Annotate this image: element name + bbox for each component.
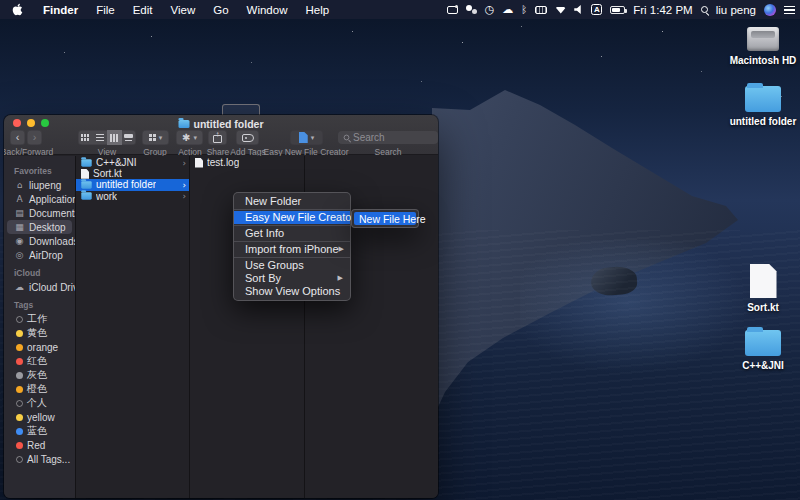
file-row-untitled-folder[interactable]: untitled folder› xyxy=(76,179,189,190)
desktop-icon-macintosh-hd[interactable]: Macintosh HD xyxy=(723,27,800,66)
sidebar-all-tags[interactable]: All Tags... xyxy=(4,452,75,466)
menu-help[interactable]: Help xyxy=(296,4,338,16)
minimize-button[interactable] xyxy=(27,119,35,127)
icon-view-button[interactable] xyxy=(78,130,93,145)
menu-window[interactable]: Window xyxy=(238,4,297,16)
action-button[interactable]: ✱▾ xyxy=(176,130,203,145)
sidebar-tag-hongse[interactable]: 红色 xyxy=(4,354,75,368)
menu-finder[interactable]: Finder xyxy=(34,4,87,16)
keyboard-icon[interactable] xyxy=(535,6,547,14)
search-input[interactable] xyxy=(353,132,428,143)
file-icon xyxy=(81,169,89,179)
menu-item-sort-by[interactable]: Sort By▶ xyxy=(234,272,350,285)
file-row-work[interactable]: work› xyxy=(76,191,189,202)
sidebar-tag-gongzuo[interactable]: 工作 xyxy=(4,312,75,326)
menu-bar-left: Finder File Edit View Go Window Help xyxy=(0,3,338,16)
menu-view[interactable]: View xyxy=(162,4,205,16)
group-button[interactable]: ▾ xyxy=(142,130,169,145)
share-button[interactable] xyxy=(208,130,227,145)
menu-item-show-view-options[interactable]: Show View Options xyxy=(234,285,350,298)
home-icon: ⌂ xyxy=(14,180,25,190)
sidebar-item-airdrop[interactable]: ◎AirDrop xyxy=(4,248,75,262)
desktop-icon-sort-kt[interactable]: Sort.kt xyxy=(723,264,800,313)
spotlight-search-icon[interactable] xyxy=(701,6,708,13)
user-menu[interactable]: liu peng xyxy=(716,4,756,16)
input-source-icon[interactable]: A xyxy=(591,4,602,15)
menu-edit[interactable]: Edit xyxy=(124,4,162,16)
sidebar-item-liupeng[interactable]: ⌂liupeng xyxy=(4,178,75,192)
tag-dot xyxy=(16,456,23,463)
sidebar: Favorites ⌂liupeng AApplications ▤Docume… xyxy=(4,156,76,498)
volume-icon[interactable] xyxy=(574,5,583,14)
menu-item-new-folder[interactable]: New Folder xyxy=(234,195,350,208)
desktop-icon-label: untitled folder xyxy=(723,116,800,127)
desktop-icon-untitled-folder[interactable]: untitled folder xyxy=(723,86,800,127)
forward-button[interactable]: › xyxy=(27,130,42,145)
apple-menu-icon[interactable] xyxy=(12,3,24,16)
list-view-button[interactable] xyxy=(93,130,108,145)
battery-icon[interactable] xyxy=(610,6,625,14)
desktop-icon: ▦ xyxy=(14,222,25,232)
tag-dot xyxy=(16,344,23,351)
back-button[interactable]: ‹ xyxy=(10,130,25,145)
chevron-right-icon: › xyxy=(182,158,186,168)
folder-proxy-icon xyxy=(179,120,190,128)
document-icon xyxy=(750,264,777,298)
desktop-icon-cpp-jni[interactable]: C++&JNI xyxy=(723,330,800,371)
finder-window: untitled folder ‹ › ▾ ✱▾ ▾ Back/Forward xyxy=(4,115,438,498)
folder-icon xyxy=(745,330,781,356)
sidebar-item-documents[interactable]: ▤Documents xyxy=(4,206,75,220)
column-view-button[interactable] xyxy=(107,130,122,145)
sidebar-item-icloud-drive[interactable]: ☁iCloud Drive xyxy=(4,280,75,294)
tag-dot xyxy=(16,358,23,365)
menu-item-get-info[interactable]: Get Info xyxy=(234,227,350,240)
bluetooth-icon[interactable]: ᛒ xyxy=(521,5,527,15)
menu-separator xyxy=(234,241,350,242)
wifi-icon[interactable] xyxy=(555,6,566,14)
tag-dot xyxy=(16,386,23,393)
sidebar-tag-huise[interactable]: 灰色 xyxy=(4,368,75,382)
menu-item-import-from-iphone[interactable]: Import from iPhone▶ xyxy=(234,243,350,256)
menu-item-easy-new-file-creator[interactable]: Easy New File Creator▶ xyxy=(234,211,350,224)
sidebar-item-downloads[interactable]: ◉Downloads xyxy=(4,234,75,248)
display-icon[interactable] xyxy=(447,6,458,14)
siri-icon[interactable] xyxy=(764,4,776,16)
menu-file[interactable]: File xyxy=(87,4,124,16)
gallery-view-button[interactable] xyxy=(122,130,137,145)
menu-go[interactable]: Go xyxy=(204,4,237,16)
file-row-cpp-jni[interactable]: C++&JNI› xyxy=(76,157,189,168)
notification-center-icon[interactable] xyxy=(784,6,795,14)
sidebar-tag-red[interactable]: Red xyxy=(4,438,75,452)
close-button[interactable] xyxy=(13,119,21,127)
favorites-header: Favorites xyxy=(14,166,75,176)
menu-bar-clock[interactable]: Fri 1:42 PM xyxy=(633,4,692,16)
submenu-item-new-file-here[interactable]: New File Here xyxy=(354,212,416,225)
chat-bubbles-icon[interactable] xyxy=(466,5,477,14)
sidebar-item-desktop[interactable]: ▦Desktop xyxy=(7,220,72,234)
submenu-arrow-icon: ▶ xyxy=(339,243,344,256)
share-icon xyxy=(213,135,222,143)
file-row-sort-kt[interactable]: Sort.kt xyxy=(76,168,189,179)
window-content: Favorites ⌂liupeng AApplications ▤Docume… xyxy=(4,156,438,498)
search-field[interactable] xyxy=(338,131,438,144)
menu-bar: Finder File Edit View Go Window Help ◷ ☁… xyxy=(0,0,800,19)
sidebar-tag-huangse[interactable]: 黄色 xyxy=(4,326,75,340)
zoom-button[interactable] xyxy=(41,119,49,127)
tag-dot xyxy=(16,372,23,379)
cloud-icon[interactable]: ☁ xyxy=(502,4,513,15)
clock-icon[interactable]: ◷ xyxy=(485,4,495,15)
tag-dot xyxy=(16,330,23,337)
file-row-test-log[interactable]: test.log xyxy=(190,157,304,168)
desktop-icon-label: C++&JNI xyxy=(723,360,800,371)
tag-dot xyxy=(16,400,23,407)
menu-item-use-groups[interactable]: Use Groups xyxy=(234,259,350,272)
sidebar-tag-lanse[interactable]: 蓝色 xyxy=(4,424,75,438)
title-bar[interactable]: untitled folder xyxy=(4,115,438,130)
sidebar-tag-yellow[interactable]: yellow xyxy=(4,410,75,424)
easy-new-file-creator-button[interactable]: ▾ xyxy=(290,130,323,145)
sidebar-tag-geren[interactable]: 个人 xyxy=(4,396,75,410)
sidebar-tag-chengse[interactable]: 橙色 xyxy=(4,382,75,396)
sidebar-item-applications[interactable]: AApplications xyxy=(4,192,75,206)
sidebar-tag-orange[interactable]: orange xyxy=(4,340,75,354)
add-tags-button[interactable] xyxy=(236,130,259,145)
